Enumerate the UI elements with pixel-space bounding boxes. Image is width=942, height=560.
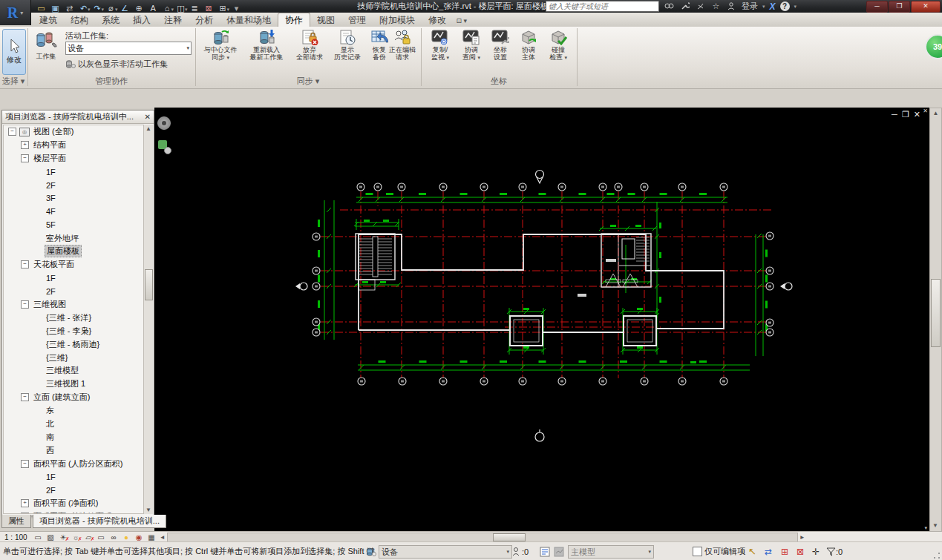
project-browser-title[interactable]: 项目浏览器 - 技师学院机电培训中... ✕ (2, 111, 154, 124)
tree-item-label[interactable]: 三维视图 (32, 299, 68, 310)
ribbon-tab-分析[interactable]: 分析 (189, 13, 220, 27)
tree-item-4F[interactable]: 4F (4, 205, 143, 218)
sign-in-dropdown-icon[interactable]: ▾ (762, 4, 765, 10)
coord-interference-check-button[interactable]: 碰撞检查 ▾ (543, 29, 573, 75)
tree-item-三维模型[interactable]: 三维模型 (4, 364, 143, 378)
shaded-icon[interactable]: ▧ (45, 533, 57, 541)
tree-item-楼层平面[interactable]: −楼层平面 (4, 152, 143, 165)
tree-item-label[interactable]: 2F (45, 181, 57, 190)
tree-item-label[interactable]: 面积平面 (人防分区面积) (32, 458, 124, 470)
user-icon[interactable] (726, 1, 737, 11)
sync-show-history-button[interactable]: 显示历史记录 (330, 29, 365, 75)
expand-icon[interactable]: + (21, 513, 29, 514)
floor-plan-svg[interactable] (154, 108, 929, 531)
tree-item-1F[interactable]: 1F (4, 271, 143, 285)
tree-item-label[interactable]: 4F (45, 207, 57, 216)
tree-item-label[interactable]: 5F (45, 220, 57, 229)
tree-item-面积平面净面积[interactable]: +面积平面 (净面积) (4, 497, 143, 510)
ribbon-tab-建筑[interactable]: 建筑 (33, 13, 64, 27)
ribbon-tab-结构[interactable]: 结构 (64, 13, 95, 27)
temporary-hide-icon[interactable]: ● (120, 533, 133, 541)
tree-item-2F[interactable]: 2F (4, 484, 143, 497)
tree-item-1F[interactable]: 1F (4, 165, 143, 179)
ribbon-tab-附加模块[interactable]: 附加模块 (373, 13, 422, 27)
gray-inactive-toggle[interactable]: 以灰色显示非活动工作集 (65, 59, 168, 70)
ribbon-tab-修改[interactable]: 修改 (422, 13, 453, 27)
help-dropdown-icon[interactable]: ▾ (794, 4, 797, 10)
tree-item-label[interactable]: {三维 - 张洋} (45, 312, 93, 323)
collapse-icon[interactable]: − (8, 128, 16, 136)
browser-scroll-thumb[interactable] (145, 269, 153, 300)
tree-item-结构平面[interactable]: +结构平面 (4, 139, 143, 152)
exchange-apps-icon[interactable]: X (770, 1, 776, 12)
tree-item-北[interactable]: 北 (4, 418, 143, 431)
tree-item-三维-张洋[interactable]: {三维 - 张洋} (4, 311, 143, 324)
ribbon-tab-系统[interactable]: 系统 (95, 13, 126, 27)
tree-item-三维-杨雨迪[interactable]: {三维 - 杨雨迪} (4, 337, 143, 351)
sign-in-button[interactable]: 登录 (742, 1, 758, 12)
horizontal-scrollbar[interactable] (167, 533, 798, 542)
sync-relinquish-all-button[interactable]: 放弃全部请求 (291, 29, 328, 75)
view-minimize-icon[interactable]: ─ (892, 110, 902, 119)
browser-scroll-up-icon[interactable]: ▲ (144, 125, 153, 132)
close-button[interactable]: ✕ (911, 1, 941, 13)
view-scale-button[interactable]: 1 : 100 (4, 533, 27, 541)
tree-item-三维视图1[interactable]: 三维视图 1 (4, 378, 143, 391)
tree-item-label[interactable]: 1F (45, 472, 57, 481)
tree-item-5F[interactable]: 5F (4, 218, 143, 231)
move-selection-icon[interactable]: ✛ (812, 542, 820, 560)
tree-item-立面建筑立面[interactable]: −立面 (建筑立面) (4, 391, 143, 404)
tree-item-label[interactable]: 3F (45, 194, 57, 202)
tree-item-屋面楼板[interactable]: 屋面楼板 (4, 245, 143, 258)
design-option-combo[interactable]: 主模型▾ (568, 545, 654, 559)
collapse-icon[interactable]: − (21, 154, 29, 162)
collapse-icon[interactable]: − (21, 460, 29, 468)
tree-item-label[interactable]: 2F (45, 486, 57, 495)
panel-display-toggle-icon[interactable]: ⊡ ▾ (456, 17, 467, 24)
tab-project-browser[interactable]: 项目浏览器 - 技师学院机电培训... (33, 515, 166, 528)
editing-requests-indicator[interactable]: :0 (512, 542, 529, 560)
collapse-icon[interactable]: − (21, 393, 29, 401)
sync-panel-label[interactable]: 同步 ▾ (196, 76, 420, 86)
tree-item-视图全部[interactable]: −◎视图 (全部) (4, 125, 143, 139)
ribbon-tab-管理[interactable]: 管理 (341, 13, 373, 27)
show-crop-icon[interactable]: ▭ (95, 533, 108, 541)
resize-grip[interactable] (933, 552, 941, 559)
tree-item-label[interactable]: 三维视图 1 (45, 378, 87, 389)
tree-item-label[interactable]: 西 (45, 445, 56, 456)
tree-item-label[interactable]: 楼层平面 (32, 153, 68, 164)
hscroll-right-icon[interactable]: ► (798, 534, 807, 541)
tree-item-label[interactable]: 东 (45, 405, 56, 416)
tree-item-label[interactable]: 面积平面 (总建筑面积) (32, 511, 116, 514)
active-workset-status-combo[interactable]: 设备▾ (379, 545, 512, 559)
tree-item-三维视图[interactable]: −三维视图 (4, 298, 143, 312)
tree-item-label[interactable]: 视图 (全部) (32, 126, 75, 137)
tree-item-南[interactable]: 南 (4, 430, 143, 444)
subscription-icon[interactable] (695, 1, 706, 11)
help-icon[interactable]: ? (780, 1, 790, 11)
tree-item-面积平面总建筑面积[interactable]: +面积平面 (总建筑面积) (4, 510, 143, 514)
coord-coordination-host-button[interactable]: 协调主体 (515, 29, 542, 75)
sync-reload-latest-button[interactable]: 重新载入最新工作集 (243, 29, 290, 75)
ribbon-tab-插入[interactable]: 插入 (126, 13, 157, 27)
sync-editing-requests-button[interactable]: 正在编辑请求 (385, 29, 420, 75)
select-panel-label[interactable]: 选择 ▾ (0, 76, 27, 86)
expand-icon[interactable]: + (21, 499, 29, 507)
navbar-close-icon[interactable]: ✕ (923, 108, 928, 114)
tree-item-label[interactable]: 结构平面 (32, 139, 68, 151)
tree-item-label[interactable]: 天花板平面 (32, 259, 76, 270)
browser-close-icon[interactable]: ✕ (145, 113, 151, 121)
worksharing-display-icon[interactable] (540, 542, 550, 560)
tree-item-1F[interactable]: 1F (4, 470, 143, 484)
visual-style-icon[interactable]: ▭ (32, 533, 45, 541)
editable-only-toggle[interactable]: 仅可编辑项 (693, 542, 745, 560)
drawing-area[interactable]: ─❐✕ ✕ ▾ (154, 108, 929, 531)
tree-item-label[interactable]: 1F (45, 274, 57, 283)
ribbon-tab-注释[interactable]: 注释 (157, 13, 189, 27)
press-drag-icon[interactable]: ↖ (748, 542, 756, 560)
hscroll-left-icon[interactable]: ◄ (158, 534, 167, 541)
vertical-scrollbar[interactable]: ▲ ▼ (929, 108, 942, 533)
tree-item-三维[interactable]: {三维} (4, 351, 143, 364)
wrench-icon[interactable] (679, 1, 690, 11)
search-input[interactable] (546, 1, 659, 12)
